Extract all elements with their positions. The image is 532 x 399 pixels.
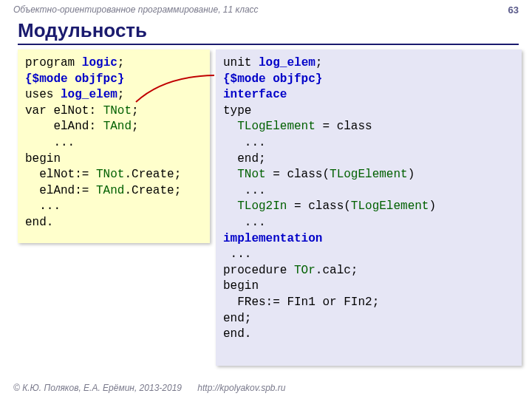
code-text: TLogElement	[237, 120, 316, 133]
footer-copyright: © К.Ю. Поляков, Е.А. Ерёмин, 2013-2019	[13, 383, 182, 393]
code-text: uses	[25, 88, 61, 101]
title-underline	[18, 44, 519, 45]
code-text: TLogElement	[330, 168, 408, 181]
code-text: TNot	[96, 168, 124, 181]
code-text: ...	[25, 200, 61, 213]
code-text: end.	[25, 216, 53, 229]
code-text: FRes:= FIn1 or FIn2;	[223, 296, 379, 309]
slide-title: Модульность	[0, 15, 532, 44]
code-text: ;	[132, 120, 139, 133]
code-text: ...	[223, 184, 266, 197]
content-area: program logic; {$mode objfpc} uses log_e…	[0, 50, 532, 366]
code-text: ;	[117, 88, 125, 101]
code-text: TAnd	[103, 120, 132, 133]
code-text: = class	[316, 120, 372, 133]
code-text: end;	[223, 152, 266, 166]
code-text: )	[429, 200, 436, 213]
code-text: TOr	[294, 264, 316, 277]
code-text: ...	[223, 136, 266, 149]
footer: © К.Ю. Поляков, Е.А. Ерёмин, 2013-2019 h…	[13, 383, 286, 393]
code-text: log_elem	[259, 56, 316, 69]
code-text: .Create;	[124, 168, 181, 181]
code-text: TNot	[103, 104, 132, 117]
code-text: logic	[75, 56, 117, 69]
code-text: var elNot:	[25, 104, 103, 117]
code-text: end;	[223, 312, 251, 325]
code-text: ;	[316, 56, 323, 69]
code-text: TAnd	[96, 184, 124, 197]
code-text: TNot	[237, 168, 265, 181]
code-text: begin	[25, 152, 61, 166]
header-subtitle: Объектно-ориентированное программировани…	[0, 0, 532, 15]
code-text: log_elem	[61, 88, 117, 101]
code-text	[223, 120, 237, 133]
code-text: )	[408, 168, 415, 181]
code-text: .calc;	[316, 264, 358, 277]
code-text: {$mode objfpc}	[223, 72, 322, 86]
code-text: elAnd:=	[25, 184, 96, 197]
code-right-box: unit log_elem; {$mode objfpc} interface …	[216, 50, 522, 366]
code-text: unit	[223, 56, 259, 69]
code-text: .Create;	[124, 184, 181, 197]
code-text: {$mode objfpc}	[25, 72, 124, 86]
code-text	[223, 168, 237, 181]
code-text: interface	[223, 88, 287, 101]
code-text: ;	[132, 104, 139, 117]
code-text: elAnd:	[25, 120, 103, 133]
code-text: implementation	[223, 232, 322, 245]
code-text: = class(	[287, 200, 350, 213]
code-text	[223, 200, 237, 213]
code-text: ...	[25, 136, 75, 149]
code-text: begin	[223, 279, 259, 293]
code-text: procedure	[223, 264, 294, 277]
code-text: elNot:=	[25, 168, 96, 181]
code-text: TLog2In	[237, 200, 287, 213]
code-text: program	[25, 56, 75, 69]
footer-url: http://kpolyakov.spb.ru	[197, 383, 285, 393]
code-text: type	[223, 104, 251, 117]
code-text: ;	[117, 56, 125, 69]
page-number: 63	[508, 4, 519, 16]
code-text: end.	[223, 327, 251, 341]
code-left-box: program logic; {$mode objfpc} uses log_e…	[18, 50, 210, 243]
code-text: ...	[223, 248, 251, 261]
code-text: = class(	[266, 168, 330, 181]
code-text: ...	[223, 216, 266, 229]
code-text: TLogElement	[351, 200, 429, 213]
